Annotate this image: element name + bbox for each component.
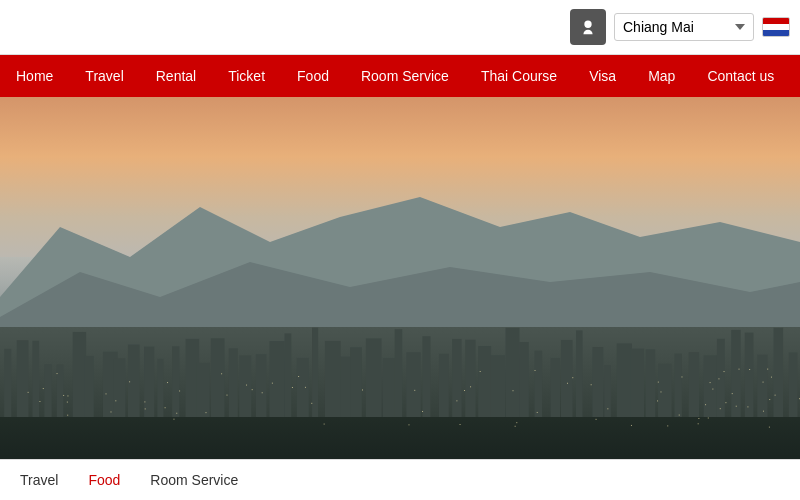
nav-item-contact-us[interactable]: Contact us [691, 55, 790, 97]
footer-link-room-service[interactable]: Room Service [150, 472, 238, 488]
flag-icon [762, 17, 790, 37]
user-icon [577, 16, 599, 38]
user-icon-button[interactable] [570, 9, 606, 45]
nav-item-ticket[interactable]: Ticket [212, 55, 281, 97]
hero-image [0, 97, 800, 459]
location-select[interactable]: Chiang Mai Bangkok Phuket [614, 13, 754, 41]
footer-strip: TravelFoodRoom Service [0, 459, 800, 500]
hero-canvas [0, 97, 800, 459]
nav-item-rental[interactable]: Rental [140, 55, 212, 97]
nav-item-room-service[interactable]: Room Service [345, 55, 465, 97]
main-navbar: HomeTravelRentalTicketFoodRoom ServiceTh… [0, 55, 800, 97]
header-right: Chiang Mai Bangkok Phuket [570, 9, 790, 45]
footer-link-travel[interactable]: Travel [20, 472, 58, 488]
site-header: Chiang Mai Bangkok Phuket [0, 0, 800, 55]
nav-item-food[interactable]: Food [281, 55, 345, 97]
nav-item-visa[interactable]: Visa [573, 55, 632, 97]
footer-link-food[interactable]: Food [88, 472, 120, 488]
nav-item-thai-course[interactable]: Thai Course [465, 55, 573, 97]
nav-item-map[interactable]: Map [632, 55, 691, 97]
nav-item-home[interactable]: Home [0, 55, 69, 97]
nav-item-travel[interactable]: Travel [69, 55, 139, 97]
